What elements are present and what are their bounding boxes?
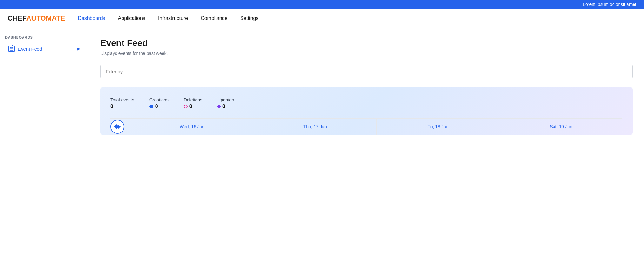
nav-link-infrastructure[interactable]: Infrastructure [158,16,188,21]
sidebar-item-left: Event Feed [8,46,42,52]
timeline-date-0[interactable]: Wed, 16 Jun [131,119,254,135]
deletions-circle-icon [184,105,188,108]
nav-menu: Dashboards Applications Infrastructure C… [78,16,258,21]
waveform-icon [114,124,121,129]
updates-label: Updates [217,97,234,102]
svg-rect-0 [10,48,13,51]
timeline-date-3[interactable]: Sat, 19 Jun [500,119,623,135]
svg-rect-9 [119,126,120,128]
total-events-label: Total events [110,97,134,102]
svg-rect-5 [115,125,116,128]
banner-text: Lorem ipsum dolor sit amet [583,2,636,7]
stats-area: Total events 0 Creations 0 Deletions 0 [100,87,633,135]
nav-item-infrastructure[interactable]: Infrastructure [158,16,188,21]
timeline-icon-wrap [110,120,124,134]
stat-creations: Creations 0 [149,97,169,109]
creations-dot-icon [149,105,153,108]
sidebar-section-label: DASHBOARDS [5,35,83,39]
nav-item-applications[interactable]: Applications [118,16,145,21]
creations-value: 0 [149,104,169,109]
deletions-value: 0 [184,104,202,109]
total-events-value: 0 [110,104,134,109]
nav-bar: CHEFAUTOMATE Dashboards Applications Inf… [0,9,644,28]
calendar-icon [8,46,15,52]
nav-item-dashboards[interactable]: Dashboards [78,16,105,21]
svg-rect-10 [120,126,121,127]
main-layout: DASHBOARDS Event Feed ▶ Event Feed Displ… [0,28,644,257]
updates-value: 0 [217,104,234,109]
main-content: Event Feed Displays events for the past … [89,28,644,257]
nav-item-compliance[interactable]: Compliance [201,16,227,21]
sidebar-item-label: Event Feed [18,46,42,52]
svg-rect-7 [117,125,118,128]
nav-link-applications[interactable]: Applications [118,16,145,21]
waveform-button[interactable] [110,120,124,134]
chevron-right-icon: ▶ [77,47,80,51]
timeline-date-1[interactable]: Thu, 17 Jun [254,119,377,135]
filter-input[interactable] [100,65,633,78]
top-banner: Lorem ipsum dolor sit amet [0,0,644,9]
nav-link-compliance[interactable]: Compliance [201,16,227,21]
logo-chef: CHEF [8,14,26,22]
stat-updates: Updates 0 [217,97,234,109]
svg-rect-6 [116,124,117,129]
logo-automate: AUTOMATE [26,14,65,22]
deletions-label: Deletions [184,97,202,102]
stat-deletions: Deletions 0 [184,97,202,109]
svg-rect-8 [118,125,119,129]
timeline-date-2[interactable]: Fri, 18 Jun [377,119,500,135]
nav-link-dashboards[interactable]: Dashboards [78,16,105,21]
nav-link-settings[interactable]: Settings [240,16,259,21]
updates-diamond-icon [217,104,221,109]
stat-total-events: Total events 0 [110,97,134,109]
logo[interactable]: CHEFAUTOMATE [8,14,65,22]
sidebar: DASHBOARDS Event Feed ▶ [0,28,89,257]
page-subtitle: Displays events for the past week. [100,51,633,56]
sidebar-item-event-feed[interactable]: Event Feed ▶ [5,43,83,55]
svg-rect-4 [114,126,115,127]
timeline-dates: Wed, 16 Jun Thu, 17 Jun Fri, 18 Jun Sat,… [131,119,622,135]
timeline-row: Wed, 16 Jun Thu, 17 Jun Fri, 18 Jun Sat,… [110,118,622,135]
page-title: Event Feed [100,38,633,48]
nav-item-settings[interactable]: Settings [240,16,259,21]
stats-row: Total events 0 Creations 0 Deletions 0 [110,97,622,109]
creations-label: Creations [149,97,169,102]
